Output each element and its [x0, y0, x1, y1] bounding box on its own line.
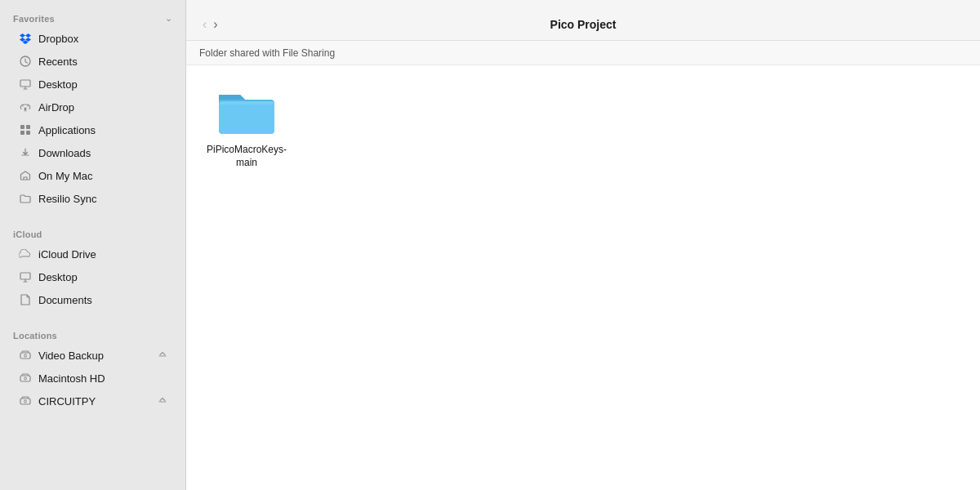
folder-name: PiPicoMacroKeys-main	[207, 144, 287, 169]
drive-circuit-icon	[18, 394, 33, 408]
svg-rect-4	[26, 125, 30, 129]
sidebar-item-recents[interactable]: Recents	[5, 50, 180, 73]
macintosh-hd-label: Macintosh HD	[38, 372, 105, 385]
sidebar-item-airdrop[interactable]: AirDrop	[5, 96, 180, 118]
icloud-desktop-icon	[18, 270, 33, 284]
favorites-chevron-icon[interactable]: ⌄	[165, 13, 172, 24]
dropbox-label: Dropbox	[38, 33, 78, 45]
svg-rect-7	[20, 273, 30, 279]
documents-label: Documents	[38, 294, 92, 306]
video-backup-label: Video Backup	[38, 350, 104, 362]
icloud-section-header: iCloud	[0, 216, 185, 243]
folder-svg-icon	[216, 87, 278, 137]
onmymac-icon	[18, 168, 33, 183]
svg-rect-10	[20, 376, 30, 381]
drive-video-icon	[18, 348, 33, 363]
svg-rect-3	[20, 125, 24, 129]
sharing-bar: Folder shared with File Sharing	[186, 41, 980, 65]
sidebar: Favorites ⌄ Dropbox Recents	[0, 0, 186, 490]
toolbar-wrapper: ‹ › Pico Project	[199, 16, 967, 33]
locations-label: Locations	[13, 331, 57, 341]
window-title: Pico Project	[550, 18, 617, 31]
downloads-label: Downloads	[38, 147, 91, 159]
sidebar-item-macintosh-hd[interactable]: Macintosh HD	[5, 367, 180, 390]
onmymac-label: On My Mac	[38, 170, 92, 182]
svg-rect-8	[20, 353, 30, 359]
relisio-label: Resilio Sync	[38, 193, 97, 205]
sharing-text: Folder shared with File Sharing	[199, 47, 335, 59]
eject-circuitpy-icon[interactable]	[158, 395, 167, 408]
recents-icon	[18, 54, 33, 69]
svg-rect-12	[20, 399, 30, 404]
desktop-icon	[18, 77, 33, 91]
sidebar-item-applications[interactable]: Applications	[5, 118, 180, 141]
sidebar-item-downloads[interactable]: Downloads	[5, 141, 180, 164]
circuitpy-label: CIRCUITPY	[38, 395, 96, 408]
airdrop-icon	[18, 100, 33, 114]
icloud-drive-icon	[18, 247, 33, 261]
nav-buttons: ‹ ›	[199, 16, 221, 33]
airdrop-label: AirDrop	[38, 101, 74, 114]
desktop-label: Desktop	[38, 78, 78, 91]
forward-button[interactable]: ›	[210, 16, 220, 33]
document-icon	[18, 292, 33, 307]
dropbox-icon	[18, 31, 33, 46]
sidebar-item-icloud-desktop[interactable]: Desktop	[5, 265, 180, 288]
sidebar-item-icloud-drive[interactable]: iCloud Drive	[5, 243, 180, 265]
favorites-label: Favorites	[13, 14, 55, 24]
svg-rect-6	[26, 131, 30, 135]
folder-icon	[18, 191, 33, 206]
drive-mac-icon	[18, 371, 33, 385]
file-area: PiPicoMacroKeys-main	[186, 65, 980, 490]
svg-rect-1	[20, 80, 30, 87]
folder-item-picopico[interactable]: PiPicoMacroKeys-main	[206, 85, 287, 169]
folder-icon-wrapper	[214, 85, 279, 139]
sidebar-item-onmymac[interactable]: On My Mac	[5, 164, 180, 187]
sidebar-item-desktop[interactable]: Desktop	[5, 73, 180, 96]
sidebar-item-dropbox[interactable]: Dropbox	[5, 27, 180, 50]
locations-section-header: Locations	[0, 318, 185, 344]
icloud-drive-label: iCloud Drive	[38, 248, 96, 261]
applications-label: Applications	[38, 124, 96, 136]
icloud-desktop-label: Desktop	[38, 271, 78, 283]
sidebar-item-documents[interactable]: Documents	[5, 288, 180, 311]
svg-point-9	[24, 354, 27, 357]
applications-icon	[18, 122, 33, 137]
eject-video-backup-icon[interactable]	[158, 350, 167, 362]
sidebar-item-circuitpy[interactable]: CIRCUITPY	[5, 390, 180, 412]
back-button[interactable]: ‹	[199, 16, 210, 33]
downloads-icon	[18, 145, 33, 160]
svg-rect-5	[20, 131, 24, 135]
svg-point-13	[24, 400, 27, 403]
toolbar: ‹ › Pico Project	[186, 0, 980, 41]
sidebar-item-relisio[interactable]: Resilio Sync	[5, 187, 180, 210]
icloud-label: iCloud	[13, 229, 42, 239]
svg-point-11	[24, 377, 27, 380]
recents-label: Recents	[38, 56, 78, 68]
main-content: ‹ › Pico Project Folder shared with File…	[186, 0, 980, 490]
sidebar-item-video-backup[interactable]: Video Backup	[5, 344, 180, 367]
favorites-section-header: Favorites ⌄	[0, 0, 185, 27]
